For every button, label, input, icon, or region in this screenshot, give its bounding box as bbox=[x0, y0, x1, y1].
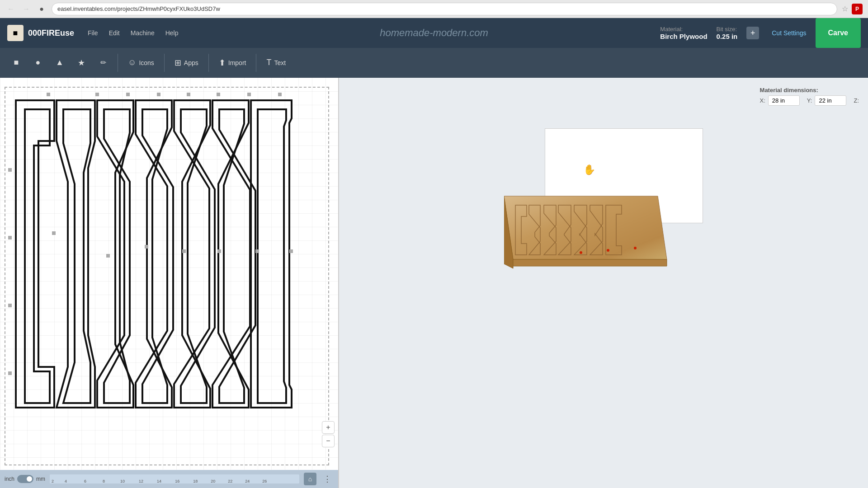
material-dims-label: Material dimensions: bbox=[760, 87, 859, 94]
divider-2 bbox=[164, 54, 165, 72]
toolbar: ■ ● ▲ ★ ✏ ☺ Icons ⊞ Apps ⬆ Import T Text bbox=[0, 48, 868, 78]
zoom-controls: + − bbox=[322, 421, 335, 447]
material-dimensions: Material dimensions: X: Y: Z: bbox=[760, 87, 859, 106]
svg-rect-15 bbox=[182, 249, 186, 253]
svg-rect-8 bbox=[8, 168, 12, 172]
pen-tool[interactable]: ✏ bbox=[94, 54, 112, 72]
forward-button[interactable]: → bbox=[21, 4, 32, 14]
icons-label: Icons bbox=[139, 59, 154, 66]
menu-machine[interactable]: Machine bbox=[126, 28, 159, 38]
star-tool[interactable]: ★ bbox=[72, 54, 90, 72]
unit-switch[interactable] bbox=[17, 475, 33, 483]
logo-icon: ■ bbox=[7, 25, 24, 41]
bit-size-value: 0.25 in bbox=[717, 33, 738, 40]
svg-point-24 bbox=[634, 247, 637, 249]
logo-emoji: ■ bbox=[13, 28, 18, 38]
svg-rect-1 bbox=[95, 93, 99, 96]
svg-rect-14 bbox=[145, 245, 148, 249]
bookmark-icon[interactable]: ☆ bbox=[842, 5, 848, 13]
zoom-in-button[interactable]: + bbox=[322, 421, 335, 434]
svg-point-23 bbox=[607, 249, 609, 252]
canvas-bottom-bar: inch mm 2 4 6 8 10 12 14 16 18 20 22 bbox=[0, 470, 338, 488]
x-input[interactable] bbox=[768, 95, 800, 106]
url-text: easel.inventables.com/projects/ZHmwhP0cy… bbox=[57, 5, 220, 12]
3d-preview-container: ✋ bbox=[504, 128, 703, 273]
left-panel: + − inch mm 2 4 6 8 10 12 14 bbox=[0, 78, 339, 488]
cursor-icon: ✋ bbox=[583, 164, 595, 176]
right-panel: Material dimensions: X: Y: Z: bbox=[339, 78, 868, 488]
text-button[interactable]: T Text bbox=[262, 55, 290, 70]
menu-help[interactable]: Help bbox=[161, 28, 183, 38]
design-canvas[interactable] bbox=[7, 91, 328, 417]
grid-icon: ⊞ bbox=[175, 58, 181, 68]
svg-rect-5 bbox=[217, 93, 220, 96]
menu-file[interactable]: File bbox=[83, 28, 103, 38]
svg-rect-4 bbox=[187, 93, 190, 96]
3d-preview-svg bbox=[504, 169, 676, 273]
z-dimension: Z: bbox=[854, 97, 859, 104]
import-label: Import bbox=[228, 59, 246, 66]
svg-rect-13 bbox=[106, 254, 110, 258]
import-icon: ⬆ bbox=[219, 58, 226, 68]
browser-bar: ← → ● easel.inventables.com/projects/ZHm… bbox=[0, 0, 868, 18]
svg-rect-10 bbox=[8, 304, 12, 307]
unit-toggle: inch mm bbox=[5, 475, 45, 483]
more-options-button[interactable]: ⋮ bbox=[321, 473, 334, 485]
text-icon: T bbox=[266, 58, 271, 67]
home-button[interactable]: ⌂ bbox=[304, 473, 316, 485]
refresh-button[interactable]: ● bbox=[36, 4, 47, 14]
app-header: ■ 000FIREuse File Edit Machine Help home… bbox=[0, 18, 868, 48]
zoom-out-button[interactable]: − bbox=[322, 435, 335, 447]
z-label: Z: bbox=[854, 97, 859, 104]
extension-icon: P bbox=[852, 4, 863, 14]
unit-mm-label: mm bbox=[36, 476, 45, 482]
square-tool[interactable]: ■ bbox=[7, 54, 25, 72]
svg-rect-16 bbox=[217, 249, 221, 253]
svg-rect-18 bbox=[289, 249, 293, 253]
material-label: Material: bbox=[660, 26, 683, 33]
divider-1 bbox=[118, 54, 118, 72]
bit-size-info: Bit size: 0.25 in bbox=[717, 26, 738, 40]
y-dimension: Y: bbox=[807, 95, 847, 106]
svg-marker-21 bbox=[513, 259, 667, 266]
browser-actions: ☆ P bbox=[842, 4, 863, 14]
svg-rect-9 bbox=[8, 236, 12, 239]
bit-size-label: Bit size: bbox=[717, 26, 737, 33]
apps-label: Apps bbox=[184, 59, 198, 66]
apps-button[interactable]: ⊞ Apps bbox=[170, 55, 203, 70]
header-menu: File Edit Machine Help bbox=[83, 28, 183, 38]
text-label: Text bbox=[274, 59, 286, 66]
site-title: homemade-modern.com bbox=[380, 27, 488, 39]
svg-rect-17 bbox=[255, 249, 259, 253]
divider-4 bbox=[256, 54, 256, 72]
svg-point-22 bbox=[580, 251, 582, 254]
x-label: X: bbox=[760, 97, 765, 104]
carve-button[interactable]: Carve bbox=[816, 18, 861, 48]
unit-inch-label: inch bbox=[5, 476, 14, 482]
divider-3 bbox=[208, 54, 209, 72]
main-layout: + − inch mm 2 4 6 8 10 12 14 bbox=[0, 78, 868, 488]
icons-button[interactable]: ☺ Icons bbox=[123, 55, 159, 70]
triangle-tool[interactable]: ▲ bbox=[51, 54, 69, 72]
header-right: Material: Birch Plywood Bit size: 0.25 i… bbox=[660, 18, 861, 48]
material-value: Birch Plywood bbox=[660, 33, 707, 40]
svg-rect-11 bbox=[8, 371, 12, 375]
import-button[interactable]: ⬆ Import bbox=[214, 55, 251, 70]
circle-tool[interactable]: ● bbox=[29, 54, 47, 72]
smiley-icon: ☺ bbox=[128, 58, 136, 67]
svg-rect-12 bbox=[52, 231, 56, 235]
menu-edit[interactable]: Edit bbox=[104, 28, 124, 38]
svg-rect-2 bbox=[126, 93, 130, 96]
svg-rect-7 bbox=[278, 93, 282, 96]
svg-rect-3 bbox=[157, 93, 160, 96]
material-info: Material: Birch Plywood bbox=[660, 26, 707, 40]
y-input[interactable] bbox=[815, 95, 846, 106]
y-label: Y: bbox=[807, 97, 812, 104]
add-button[interactable]: + bbox=[746, 27, 759, 39]
back-button[interactable]: ← bbox=[5, 4, 16, 14]
canvas-area[interactable]: + − bbox=[0, 78, 338, 470]
right-panel-content: Material dimensions: X: Y: Z: bbox=[339, 78, 868, 488]
url-bar[interactable]: easel.inventables.com/projects/ZHmwhP0cy… bbox=[52, 3, 837, 15]
cut-settings-button[interactable]: Cut Settings bbox=[768, 28, 810, 38]
app-logo: ■ 000FIREuse bbox=[7, 25, 74, 41]
